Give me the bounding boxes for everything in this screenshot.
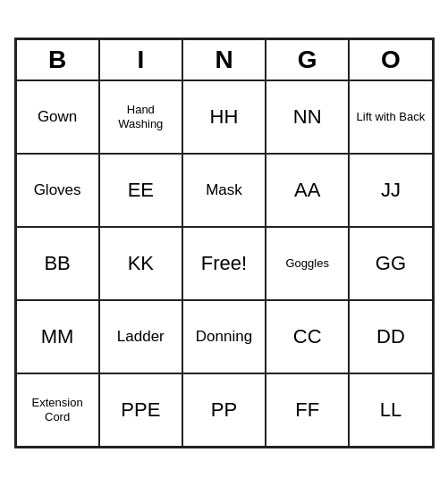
grid-cell: PPE: [99, 373, 182, 447]
grid-row: GlovesEEMaskAAJJ: [16, 154, 433, 227]
grid-cell: Extension Cord: [16, 373, 99, 447]
grid-cell: Donning: [182, 300, 266, 373]
grid-row: Extension CordPPEPPFFLL: [16, 373, 433, 447]
grid-cell: Ladder: [99, 300, 182, 373]
bingo-card: BINGO GownHand WashingHHNNLift with Back…: [14, 38, 435, 448]
grid-cell: Goggles: [266, 227, 349, 300]
grid-cell: NN: [266, 80, 349, 154]
grid-cell: Hand Washing: [99, 80, 182, 154]
grid-row: GownHand WashingHHNNLift with Back: [16, 80, 433, 154]
grid-cell: EE: [99, 154, 182, 227]
grid-row: MMLadderDonningCCDD: [16, 300, 433, 373]
grid-cell: CC: [266, 300, 349, 373]
grid-cell: FF: [266, 373, 349, 447]
header-cell: N: [182, 39, 266, 80]
grid-cell: Mask: [182, 154, 266, 227]
grid-cell: HH: [182, 80, 266, 154]
grid-cell: Free!: [182, 227, 266, 300]
grid-cell: MM: [16, 300, 99, 373]
grid-cell: KK: [99, 227, 182, 300]
grid-cell: Gloves: [16, 154, 99, 227]
grid-cell: Gown: [16, 80, 99, 154]
header-cell: I: [99, 39, 182, 80]
grid-cell: AA: [266, 154, 349, 227]
grid-row: BBKKFree!GogglesGG: [16, 227, 433, 300]
bingo-grid: GownHand WashingHHNNLift with BackGloves…: [16, 80, 433, 447]
grid-cell: JJ: [349, 154, 432, 227]
header-cell: O: [349, 39, 432, 80]
header-cell: B: [16, 39, 99, 80]
grid-cell: BB: [16, 227, 99, 300]
grid-cell: LL: [349, 373, 432, 447]
grid-cell: GG: [349, 227, 432, 300]
header-cell: G: [266, 39, 349, 80]
grid-cell: PP: [182, 373, 266, 447]
grid-cell: Lift with Back: [349, 80, 432, 154]
header-row: BINGO: [16, 39, 433, 80]
grid-cell: DD: [349, 300, 432, 373]
